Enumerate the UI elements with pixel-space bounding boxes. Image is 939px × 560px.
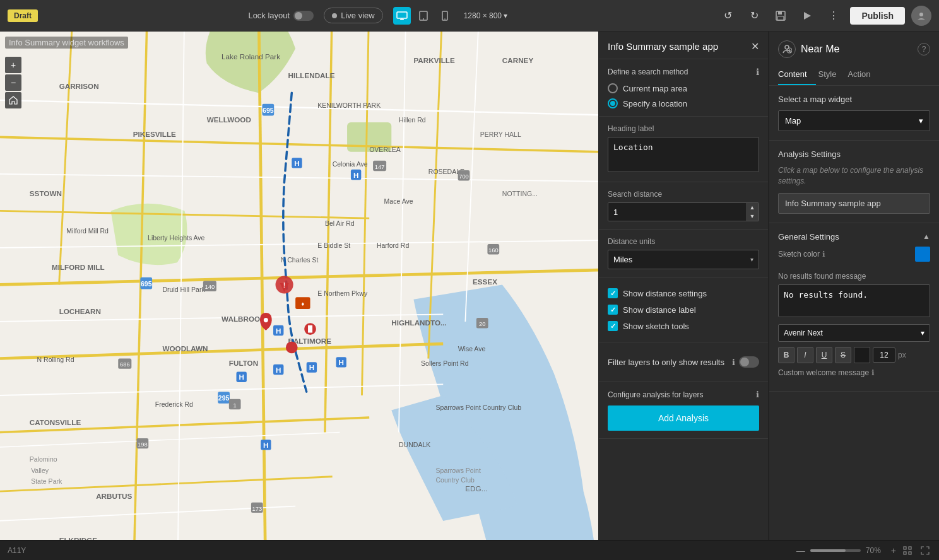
search-method-info-icon[interactable]: ℹ <box>756 67 759 77</box>
filter-info-icon[interactable]: ℹ <box>732 358 735 367</box>
svg-text:695: 695 <box>141 280 152 288</box>
text-color-swatch[interactable] <box>854 347 870 363</box>
tab-style[interactable]: Style <box>818 64 846 85</box>
custom-welcome-info[interactable]: ℹ <box>871 368 875 377</box>
lock-layout-toggle[interactable] <box>293 11 314 21</box>
svg-text:Harford Rd: Harford Rd <box>377 242 410 249</box>
redo-button[interactable]: ↻ <box>744 6 764 26</box>
italic-button[interactable]: I <box>797 347 813 363</box>
svg-rect-138 <box>904 552 906 554</box>
custom-welcome-label: Custom welcome message ℹ <box>778 368 875 377</box>
radio-specify-location[interactable]: Specify a location <box>608 98 759 108</box>
svg-text:State Park: State Park <box>31 477 62 485</box>
svg-text:E Northern Pkwy: E Northern Pkwy <box>317 289 368 297</box>
panel-header: Info Summary sample app ✕ <box>599 32 768 59</box>
svg-text:PIKESVILLE: PIKESVILLE <box>133 130 176 138</box>
collapse-icon: ▲ <box>923 232 930 241</box>
zoom-in-button[interactable]: + <box>5 57 21 73</box>
svg-text:Lake Roland Park: Lake Roland Park <box>221 52 280 61</box>
svg-text:SSTOWN: SSTOWN <box>30 189 62 197</box>
svg-text:Druid Hill Park: Druid Hill Park <box>162 286 205 293</box>
svg-text:PARKVILLE: PARKVILLE <box>413 56 455 64</box>
checkbox-box-distance-settings <box>608 288 618 298</box>
heading-label-input[interactable]: Location <box>608 137 759 172</box>
live-dot <box>332 13 337 18</box>
live-view-label: Live view <box>341 11 374 20</box>
checkbox-show-distance-settings[interactable]: Show distance settings <box>608 285 759 301</box>
zoom-label: 70% <box>866 546 886 555</box>
right-panel-title-row: Near Me <box>778 40 839 58</box>
distance-units-dropdown[interactable]: Miles ▾ <box>608 250 759 269</box>
svg-text:Sparrows Point: Sparrows Point <box>436 467 481 474</box>
svg-text:Sollers Point Rd: Sollers Point Rd <box>421 359 469 367</box>
font-size-input[interactable] <box>873 347 895 363</box>
user-avatar[interactable] <box>911 6 931 26</box>
zoom-slider[interactable] <box>810 549 861 552</box>
svg-rect-107 <box>308 325 312 333</box>
right-panel: Near Me ? Content Style Action Select a … <box>769 32 939 560</box>
bold-button[interactable]: B <box>778 347 794 363</box>
mobile-device-btn[interactable] <box>436 7 454 25</box>
font-value: Avenir Next <box>784 329 823 337</box>
zoom-plus[interactable]: + <box>891 545 896 556</box>
map-select-dropdown[interactable]: Map ▾ <box>778 110 930 131</box>
filter-layers-section: Filter layers to only show results ℹ <box>599 342 768 382</box>
checkbox-show-distance-label[interactable]: Show distance label <box>608 301 759 318</box>
analysis-map-item[interactable]: Info Summary sample app <box>778 193 930 214</box>
panel-close-button[interactable]: ✕ <box>751 40 759 52</box>
spin-up-button[interactable]: ▲ <box>746 203 759 212</box>
configure-info-icon[interactable]: ℹ <box>756 390 759 399</box>
fit-screen-button[interactable] <box>901 544 914 557</box>
map-select-arrow: ▾ <box>919 116 923 125</box>
live-view-button[interactable]: Live view <box>324 8 382 23</box>
fullscreen-button[interactable] <box>919 544 931 557</box>
svg-text:KENILWORTH PARK: KENILWORTH PARK <box>317 102 381 109</box>
checkbox-show-sketch-tools[interactable]: Show sketch tools <box>608 318 759 334</box>
undo-button[interactable]: ↺ <box>718 6 738 26</box>
svg-text:CARNEY: CARNEY <box>502 56 534 64</box>
svg-text:HIGHLANDTO...: HIGHLANDTO... <box>391 318 446 327</box>
save-button[interactable] <box>771 6 791 26</box>
general-settings-section: General Settings ▲ Sketch color ℹ No res… <box>769 223 939 392</box>
svg-text:PERRY HALL: PERRY HALL <box>480 131 521 138</box>
svg-rect-9 <box>777 16 784 20</box>
publish-button[interactable]: Publish <box>850 7 905 25</box>
search-method-section: Define a search method ℹ Current map are… <box>599 59 768 117</box>
filter-toggle-row: Filter layers to only show results ℹ <box>608 350 759 374</box>
help-icon[interactable]: ? <box>918 43 930 55</box>
no-results-textarea[interactable]: No results found. <box>778 284 930 317</box>
underline-button[interactable]: U <box>816 347 832 363</box>
search-distance-input[interactable] <box>608 203 746 221</box>
filter-toggle[interactable] <box>739 356 759 368</box>
svg-text:686: 686 <box>120 361 130 368</box>
resolution-button[interactable]: 1280 × 800 ▾ <box>464 11 507 20</box>
more-options-button[interactable]: ⋮ <box>824 6 844 26</box>
add-analysis-button[interactable]: Add Analysis <box>608 405 759 431</box>
tab-content[interactable]: Content <box>778 64 816 85</box>
sketch-color-info[interactable]: ℹ <box>822 250 825 259</box>
distance-units-value: Miles <box>613 255 632 264</box>
desktop-device-btn[interactable] <box>393 7 411 25</box>
svg-text:NOTTING...: NOTTING... <box>502 190 538 197</box>
radio-current-map-area[interactable]: Current map area <box>608 83 759 93</box>
strikethrough-button[interactable]: S <box>835 347 851 363</box>
panel-header-icons: ✕ <box>751 40 759 52</box>
svg-rect-137 <box>909 547 911 549</box>
preview-button[interactable] <box>797 6 817 26</box>
svg-text:160: 160 <box>488 247 499 254</box>
zoom-out-button[interactable]: − <box>5 74 21 91</box>
tab-action[interactable]: Action <box>847 64 879 85</box>
zoom-minus[interactable]: — <box>796 545 805 556</box>
heading-label-section: Heading label Location <box>599 117 768 182</box>
svg-text:H: H <box>309 363 314 371</box>
tablet-device-btn[interactable] <box>415 7 432 25</box>
font-dropdown[interactable]: Avenir Next ▾ <box>778 324 930 342</box>
search-distance-input-group: ▲ ▼ <box>608 202 759 221</box>
spin-down-button[interactable]: ▼ <box>746 212 759 221</box>
sketch-color-swatch[interactable] <box>915 247 930 262</box>
checkbox-box-sketch-tools <box>608 321 618 331</box>
home-button[interactable] <box>5 92 21 108</box>
map-area-label: Info Summary widget workflows <box>5 37 128 49</box>
general-settings-header[interactable]: General Settings ▲ <box>778 232 930 242</box>
map-controls: + − <box>5 57 21 108</box>
